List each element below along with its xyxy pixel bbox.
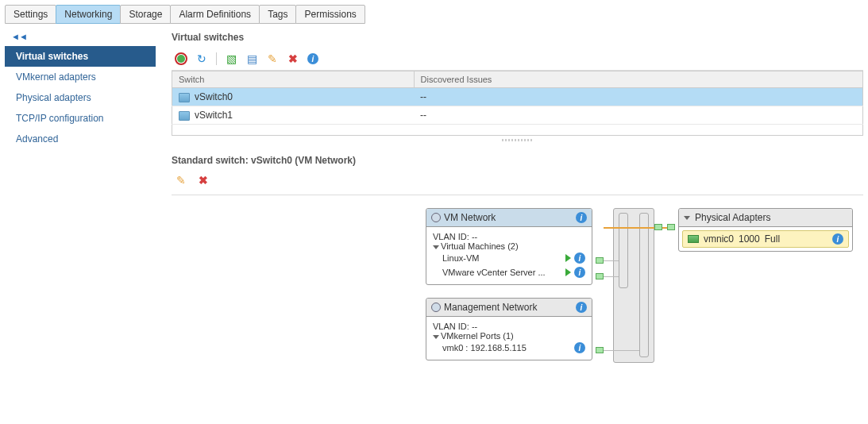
expand-icon[interactable]: [433, 335, 439, 339]
switch-issues: --: [414, 88, 863, 106]
vm-name: Linux-VM: [442, 253, 479, 263]
splitter-handle[interactable]: [172, 139, 863, 147]
vlan-label: VLAN ID: --: [433, 232, 585, 241]
col-switch[interactable]: Switch: [172, 71, 415, 88]
remove-icon[interactable]: ✖: [287, 52, 299, 65]
vswitch-icon: [179, 111, 190, 121]
connector-port: [596, 273, 604, 279]
remove-portgroup-icon[interactable]: ✖: [197, 174, 210, 187]
info-icon[interactable]: i: [574, 252, 585, 264]
content-pane: Virtual switches ↻ ▧ ▤ ✎ ✖ i Switch Disc…: [156, 30, 863, 383]
sidebar-item-virtual-switches[interactable]: Virtual switches: [5, 46, 156, 67]
sidebar-collapse-button[interactable]: ◄◄: [5, 30, 156, 46]
top-tab-bar: Settings Networking Storage Alarm Defini…: [0, 0, 868, 24]
vm-item[interactable]: VMware vCenter Server ... i: [433, 265, 585, 279]
tab-storage[interactable]: Storage: [120, 5, 171, 24]
port-group-label: VMkernel Ports (1): [441, 331, 514, 341]
vm-power-on-icon: [565, 254, 571, 262]
detail-toolbar: ✎ ✖: [172, 171, 863, 195]
physical-adapters-box: Physical Adapters vmnic0 1000 Full i: [678, 208, 853, 252]
migrate-networking-icon[interactable]: ▧: [225, 52, 237, 65]
sidebar-item-vmkernel-adapters[interactable]: VMkernel adapters: [5, 67, 156, 87]
section-title: Virtual switches: [172, 30, 863, 49]
expand-icon[interactable]: [433, 245, 439, 249]
portgroup-title: VM Network: [444, 212, 496, 223]
portgroup-title: Management Network: [444, 302, 537, 313]
portgroup-management-network[interactable]: Management Network i VLAN ID: -- VMkerne…: [426, 298, 592, 360]
switch-name: vSwitch0: [195, 91, 233, 102]
physical-nic-item[interactable]: vmnic0 1000 Full i: [682, 230, 849, 248]
switches-toolbar: ↻ ▧ ▤ ✎ ✖ i: [172, 49, 863, 71]
tab-networking[interactable]: Networking: [56, 5, 121, 24]
portgroup-icon: [431, 303, 441, 312]
info-icon[interactable]: i: [307, 53, 318, 64]
vm-name: VMware vCenter Server ...: [442, 268, 546, 277]
sidebar-item-physical-adapters[interactable]: Physical adapters: [5, 87, 156, 108]
switches-table: Switch Discovered Issues vSwitch0 -- vSw…: [172, 71, 863, 136]
portgroup-icon: [431, 213, 441, 222]
sidebar-item-advanced[interactable]: Advanced: [5, 129, 156, 149]
vm-item[interactable]: Linux-VM i: [433, 251, 585, 265]
info-icon[interactable]: i: [574, 267, 585, 278]
vswitch-uplink-right: [639, 213, 649, 357]
info-icon[interactable]: i: [576, 212, 587, 223]
topology-diagram: VM Network i VLAN ID: -- Virtual Machine…: [172, 208, 863, 383]
connector-port: [596, 257, 604, 264]
vm-group-label: Virtual Machines (2): [441, 241, 519, 251]
sidebar: ◄◄ Virtual switches VMkernel adapters Ph…: [5, 30, 156, 383]
info-icon[interactable]: i: [576, 302, 587, 313]
tab-alarm-definitions[interactable]: Alarm Definitions: [170, 5, 260, 24]
add-host-networking-icon[interactable]: [175, 52, 187, 65]
physical-adapters-title: Physical Adapters: [695, 212, 770, 223]
connector-port: [654, 224, 662, 230]
nic-icon: [688, 235, 699, 243]
refresh-icon[interactable]: ↻: [195, 52, 208, 65]
vm-power-on-icon: [565, 268, 571, 276]
tab-permissions[interactable]: Permissions: [295, 5, 365, 24]
sidebar-item-tcpip-config[interactable]: TCP/IP configuration: [5, 108, 156, 129]
vmkernel-port-label: vmk0 : 192.168.5.115: [442, 343, 527, 353]
tab-tags[interactable]: Tags: [259, 5, 296, 24]
expand-icon[interactable]: [684, 216, 690, 220]
nic-speed: 1000: [739, 233, 760, 245]
vswitch-icon: [179, 93, 190, 102]
nic-name: vmnic0: [704, 233, 734, 245]
connector-port: [596, 347, 604, 353]
info-icon[interactable]: i: [574, 342, 585, 353]
vswitch-uplink-left: [619, 213, 628, 288]
tab-settings[interactable]: Settings: [5, 5, 56, 24]
vmkernel-port-item[interactable]: vmk0 : 192.168.5.115 i: [433, 341, 585, 355]
switch-issues: --: [414, 106, 863, 125]
info-icon[interactable]: i: [832, 233, 843, 245]
vlan-label: VLAN ID: --: [433, 322, 585, 331]
manage-physical-adapters-icon[interactable]: ▤: [245, 52, 258, 65]
nic-duplex: Full: [765, 233, 780, 245]
edit-settings-icon[interactable]: ✎: [175, 174, 187, 187]
col-discovered-issues[interactable]: Discovered Issues: [414, 71, 863, 88]
table-row[interactable]: vSwitch1 --: [172, 106, 863, 125]
detail-title: Standard switch: vSwitch0 (VM Network): [172, 150, 863, 171]
table-row[interactable]: vSwitch0 --: [172, 88, 863, 106]
switch-name: vSwitch1: [195, 110, 233, 121]
connector-port: [667, 224, 675, 230]
edit-icon[interactable]: ✎: [266, 52, 279, 65]
portgroup-vm-network[interactable]: VM Network i VLAN ID: -- Virtual Machine…: [426, 208, 592, 285]
